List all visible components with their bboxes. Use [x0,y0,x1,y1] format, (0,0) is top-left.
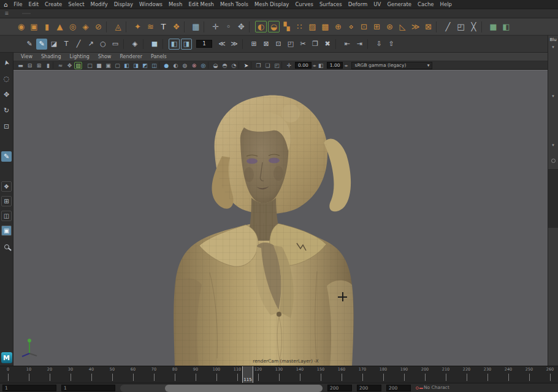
menu-item[interactable]: Curves [292,1,316,7]
end-chip-field[interactable]: 200 [327,385,352,391]
shelf-tab[interactable] [13,13,22,14]
shelf-tab[interactable] [117,13,125,14]
copy-frames-icon[interactable]: ❐ [310,39,321,50]
menu-item[interactable]: Edit Mesh [185,1,217,7]
prev-frame-icon[interactable]: ≪ [216,39,227,50]
shadows-toggle-icon[interactable]: ◐ [171,62,180,69]
shelf-icon[interactable] [249,21,253,32]
end-time-field[interactable]: 200 [357,385,381,391]
ao-icon[interactable]: ◩ [140,62,150,69]
shelf-tab[interactable] [108,13,117,14]
marker-icon[interactable]: ◈ [129,39,140,50]
circularize-icon[interactable]: ⊛ [383,20,396,34]
poly-text-icon[interactable]: T [157,20,170,34]
aa-icon[interactable]: ◫ [150,62,159,69]
camera-attrs-icon[interactable]: ⊟ [25,62,34,69]
platonic-solid-icon[interactable]: ◬ [112,20,124,34]
add-frame-icon[interactable]: ⊞ [248,39,259,50]
uv-editor-icon[interactable]: ■ [487,20,500,34]
layout-split-pane-icon[interactable]: ◫ [1,211,12,221]
origin-locator-icon[interactable]: ✥ [235,20,248,34]
field-chart-icon[interactable]: ◒ [211,62,220,69]
bookmark-icon[interactable]: ⊞ [34,62,44,69]
multi-cut-tool-icon[interactable]: ╳ [467,20,480,34]
shadows-icon[interactable]: ◨ [131,62,140,69]
panel-menu-item[interactable]: Show [94,54,115,59]
menu-item[interactable]: Surfaces [316,1,345,7]
viewport[interactable]: renderCam (masterLayer) -X [13,70,558,366]
separate-icon[interactable]: ∷ [293,20,306,34]
isolate-select-icon[interactable]: ❐ [254,62,263,69]
next-frame-icon[interactable]: ≫ [229,39,240,50]
duplicate-frame-icon[interactable]: ◰ [285,39,296,50]
export-frames-icon[interactable]: ⇧ [386,39,397,50]
menu-item[interactable]: Windows [136,1,166,7]
shelf-icon[interactable] [481,21,486,32]
grease-pencil-active-icon[interactable]: ▨ [74,62,82,69]
menu-item[interactable]: Deform [345,1,371,7]
pencil-active-icon[interactable]: ✎ [36,39,47,50]
menu-item[interactable]: UV [370,1,384,7]
shelf-tab[interactable] [48,13,56,14]
shelf-tab[interactable] [99,13,108,14]
construction-plane-icon[interactable]: ✛ [209,20,222,34]
clip-plane-icon[interactable]: ◰ [272,62,281,69]
shelf-tabs-menu-icon[interactable]: ☰ [0,11,13,16]
go-to-start-icon[interactable]: ⇤ [342,39,353,50]
gamma-field[interactable]: 1.00 [327,62,343,69]
grease-pencil-tool-icon[interactable]: ✎ [1,151,12,162]
scale-tool-icon[interactable]: ⊡ [1,121,12,132]
gamma-icon[interactable]: ◧ [316,62,326,69]
cut-frames-icon[interactable]: ✂ [297,39,308,50]
isolate-icon[interactable]: ◎ [199,62,208,69]
rectangle-annotate-icon[interactable]: ▭ [110,39,121,50]
menu-item[interactable]: Select [65,1,87,7]
poly-cone-icon[interactable]: ▲ [53,20,66,34]
object-select-icon[interactable]: ➤ [242,62,251,69]
texture-toggle-icon[interactable]: ◍ [180,62,189,69]
bevel-icon[interactable]: ⋄ [345,20,357,34]
joystick-icon[interactable]: ✥ [65,62,74,69]
project-curve-icon[interactable]: ⊠ [422,20,435,34]
shelf-tab[interactable] [82,13,91,14]
range-slider-track[interactable] [120,385,323,392]
delete-frame-icon[interactable]: ⊠ [261,39,272,50]
pencil-icon[interactable] [367,39,371,49]
pencil-tool-icon[interactable]: ✎ [24,39,35,50]
menu-item[interactable]: Help [437,1,455,7]
menu-item[interactable]: Mesh Display [251,1,292,7]
line-annotate-icon[interactable]: ╱ [73,39,84,50]
panel-menu-item[interactable]: View [17,54,36,59]
timeline-playhead[interactable]: 115 [242,366,253,383]
pencil-icon[interactable] [123,39,127,49]
gamma-spinner[interactable]: ◂▸ [344,63,348,67]
layout-current-icon[interactable]: ▣ [1,225,12,236]
time-slider[interactable]: 0102030405060708090100110120130140150160… [0,366,558,383]
menu-item[interactable]: File [10,1,25,7]
shelf-tab[interactable] [39,13,48,14]
menu-item[interactable]: Cache [415,1,437,7]
lights-icon[interactable]: ● [162,62,171,69]
panel-menu-item[interactable]: Lighting [66,54,93,59]
menu-item[interactable]: Create [42,1,65,7]
fill-hole-icon[interactable]: ▨ [306,20,319,34]
shelf-icon[interactable] [184,21,188,32]
select-tool-icon[interactable]: ➤ [1,58,12,68]
poly-cube-icon[interactable]: ▣ [28,20,40,34]
poly-sphere-icon[interactable]: ◉ [15,20,28,34]
frame-number-field[interactable]: 1 [196,40,212,48]
bridge-icon[interactable]: ⊡ [357,20,370,34]
poly-disc-icon[interactable]: ⊘ [92,20,105,34]
curve-warp-icon[interactable]: ≋ [144,20,157,34]
text-annotate-icon[interactable]: T [61,39,72,50]
chevron-down-icon[interactable]: ▾ [552,143,554,148]
import-frames-icon[interactable]: ⇩ [373,39,384,50]
pencil-icon[interactable] [143,39,147,49]
2d-pan-zoom-icon[interactable]: ≈ [56,62,65,69]
boolean-union-icon[interactable]: ◐ [255,21,267,32]
arrow-annotate-icon[interactable]: ↗ [85,39,96,50]
lock-camera-icon[interactable]: ❏ [263,62,272,69]
panel-menu-item[interactable]: Shading [37,54,65,59]
shelf-tab[interactable] [74,13,82,14]
knife-icon[interactable]: ◺ [396,20,409,34]
